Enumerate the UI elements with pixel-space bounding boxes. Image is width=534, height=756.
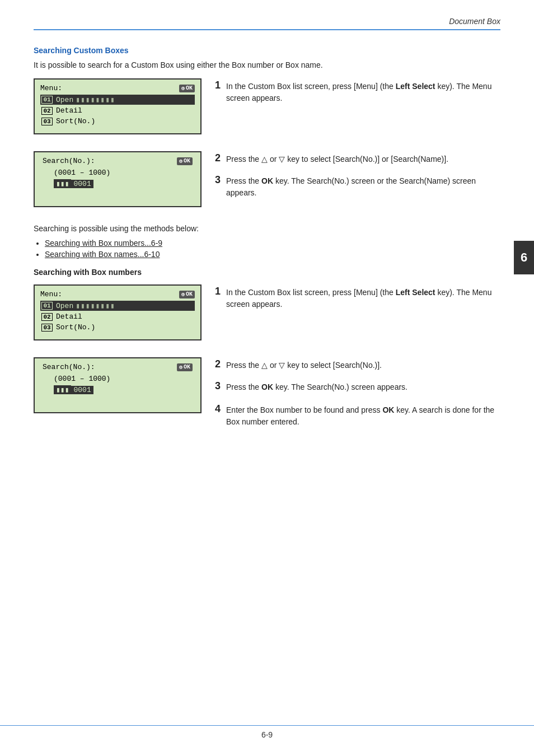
lcd-search-1: Search(No.): OK (0001 – 1000) ▮▮▮0001 [34,151,202,207]
middle-text: Searching is possible using the methods … [34,224,500,233]
s2-steps23-block: Search(No.): OK (0001 – 1000) ▮▮▮0001 2 … [34,357,500,438]
step-num-1-1: 1 [215,80,221,91]
bullet-list: Searching with Box numbers...6-9 Searchi… [45,239,500,259]
step1-text: 1 In the Custom Box list screen, press [… [215,78,500,140]
header-title: Document Box [449,17,500,26]
step1-block: Menu: OK 01 Open ▮▮▮▮▮▮▮▮ 02 Detail 03 [34,78,500,140]
step-2-3: 3 Press the OK key. The Search(No.) scre… [215,381,500,393]
step-num-2-2: 2 [215,358,221,370]
step-text-1-2: Press the △ or ▽ key to select [Search(N… [226,153,500,165]
lcd-menu-header-1: Menu: OK [40,84,195,92]
step-text-1-3: Press the OK key. The Search(No.) screen… [226,175,500,199]
step-num-1-2: 2 [215,152,221,164]
lcd-value-1: 0001 [71,180,93,188]
lcd-search-ok-1: OK [177,157,193,165]
lcd-row-num-2-1: 01 [41,302,53,310]
bullet-link-1[interactable]: Searching with Box numbers...6-9 [45,239,162,248]
lcd-range-1: (0001 – 1000) [54,169,193,177]
lcd-row-label-1-2: Detail [56,106,82,115]
step-1-1: 1 In the Custom Box list screen, press [… [215,81,500,104]
section-heading-1: Searching Custom Boxes [34,46,500,55]
lcd-row-1-1: 01 Open ▮▮▮▮▮▮▮▮ [40,95,195,105]
lcd-search-header-1: Search(No.): OK [43,157,193,165]
bullet-link-2[interactable]: Searching with Box names...6-10 [45,250,160,259]
menu-screen-1: Menu: OK 01 Open ▮▮▮▮▮▮▮▮ 02 Detail 03 [34,78,202,140]
lcd-row-num-2-2: 02 [41,313,53,321]
lcd-row-num-1-1: 01 [41,96,53,104]
lcd-row-label-1-3: Sort(No.) [56,117,95,125]
lcd-search-label-2: Search(No.): [43,363,95,371]
lcd-range-2: (0001 – 1000) [54,375,193,383]
step-2-2: 2 Press the △ or ▽ key to select [Search… [215,360,500,371]
step-num-1-3: 3 [215,174,221,186]
page-footer: 6-9 [0,725,534,739]
step-text-2-2: Press the △ or ▽ key to select [Search(N… [226,360,500,371]
bullet-item-2: Searching with Box names...6-10 [45,250,500,259]
s2-menu-screen: Menu: OK 01 Open ▮▮▮▮▮▮▮▮ 02 Detail 03 [34,284,202,346]
step-2-4: 4 Enter the Box number to be found and p… [215,404,500,428]
lcd-row-label-2-1: Open [56,302,73,310]
lcd-menu-label-2: Menu: [40,290,62,298]
step-num-2-3: 3 [215,380,221,392]
lcd-row-num-1-2: 02 [41,107,53,115]
lcd-row-num-2-3: 03 [41,324,53,332]
lcd-menu-header-2: Menu: OK [40,290,195,298]
page-header: Document Box [34,17,500,30]
step-text-2-4: Enter the Box number to be found and pre… [226,404,500,428]
side-tab: 6 [514,241,534,274]
lcd-menu-1: Menu: OK 01 Open ▮▮▮▮▮▮▮▮ 02 Detail 03 [34,78,202,134]
s2-steps-234-text: 2 Press the △ or ▽ key to select [Search… [215,357,500,438]
lcd-value-2: 0001 [71,386,93,394]
steps23-block: Search(No.): OK (0001 – 1000) ▮▮▮0001 2 … [34,151,500,213]
lcd-menu-2: Menu: OK 01 Open ▮▮▮▮▮▮▮▮ 02 Detail 03 [34,284,202,340]
lcd-cursor-2: ▮▮▮ [54,385,71,394]
step-num-2-4: 4 [215,403,221,415]
lcd-row-label-1-1: Open [56,96,73,104]
intro-text: It is possible to search for a Custom Bo… [34,60,500,69]
s2-step1-text: 1 In the Custom Box list screen, press [… [215,284,500,346]
lcd-menu-label-1: Menu: [40,84,62,92]
lcd-row-label-2-3: Sort(No.) [56,323,95,332]
lcd-ok-1: OK [179,85,195,92]
lcd-row-2-2: 02 Detail [40,312,195,321]
bullet-item-1: Searching with Box numbers...6-9 [45,239,500,248]
s2-step1-block: Menu: OK 01 Open ▮▮▮▮▮▮▮▮ 02 Detail 03 [34,284,500,346]
step-text-2-3: Press the OK key. The Search(No.) screen… [226,381,500,393]
lcd-input-2: ▮▮▮0001 [54,385,193,394]
s2-search-screen: Search(No.): OK (0001 – 1000) ▮▮▮0001 [34,357,202,438]
lcd-input-1: ▮▮▮0001 [54,179,193,188]
step-text-1-1: In the Custom Box list screen, press [Me… [226,81,500,104]
lcd-row-1-3: 03 Sort(No.) [40,116,195,126]
page-container: Document Box Searching Custom Boxes It i… [0,0,534,756]
step-1-3: 3 Press the OK key. The Search(No.) scre… [215,175,500,199]
lcd-ok-2: OK [179,291,195,298]
lcd-search-ok-2: OK [177,363,193,371]
lcd-progress-bar: ▮▮▮▮▮▮▮▮ [76,95,115,104]
step-2-1: 1 In the Custom Box list screen, press [… [215,287,500,310]
lcd-row-2-1: 01 Open ▮▮▮▮▮▮▮▮ [40,301,195,311]
section-box-numbers: Searching with Box numbers Menu: OK 01 O… [34,268,500,438]
steps-23-text: 2 Press the △ or ▽ key to select [Search… [215,151,500,213]
search-screen-1: Search(No.): OK (0001 – 1000) ▮▮▮0001 [34,151,202,213]
lcd-row-label-2-2: Detail [56,312,82,321]
step-num-2-1: 1 [215,286,221,297]
lcd-search-2: Search(No.): OK (0001 – 1000) ▮▮▮0001 [34,357,202,413]
lcd-progress-bar-2: ▮▮▮▮▮▮▮▮ [76,301,115,310]
lcd-cursor-1: ▮▮▮ [54,179,71,188]
lcd-search-header-2: Search(No.): OK [43,363,193,371]
lcd-row-2-3: 03 Sort(No.) [40,323,195,332]
lcd-row-1-2: 02 Detail [40,106,195,115]
lcd-search-label-1: Search(No.): [43,157,95,165]
step-1-2: 2 Press the △ or ▽ key to select [Search… [215,153,500,165]
step-text-2-1: In the Custom Box list screen, press [Me… [226,287,500,310]
page-number: 6-9 [261,730,273,739]
sub-heading-1: Searching with Box numbers [34,268,500,277]
lcd-row-num-1-3: 03 [41,118,53,125]
section-searching-custom-boxes: Searching Custom Boxes It is possible to… [34,46,500,213]
